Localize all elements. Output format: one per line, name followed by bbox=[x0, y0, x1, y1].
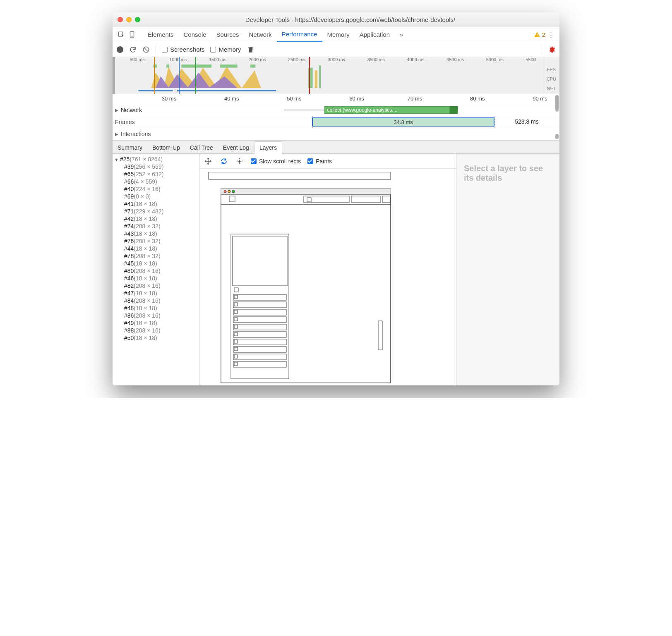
reset-view-icon[interactable] bbox=[235, 157, 244, 166]
minimize-window-button[interactable] bbox=[126, 17, 132, 22]
layer-tree-item[interactable]: #25(761 × 8264) bbox=[113, 155, 199, 163]
subtab-layers[interactable]: Layers bbox=[254, 141, 282, 154]
layer-tree-item[interactable]: #42(18 × 18) bbox=[113, 215, 199, 222]
device-toolbar-icon[interactable] bbox=[127, 29, 137, 40]
layer-tree-item[interactable]: #47(18 × 18) bbox=[113, 289, 199, 297]
tab-application[interactable]: Application bbox=[355, 27, 395, 42]
subtab-call-tree[interactable]: Call Tree bbox=[185, 142, 218, 153]
ruler-tick: 70 ms bbox=[408, 96, 422, 102]
layer-tree-item[interactable]: #88(208 × 16) bbox=[113, 327, 199, 334]
svg-rect-34 bbox=[233, 302, 286, 308]
warnings-indicator[interactable]: 2 bbox=[534, 31, 545, 38]
layer-tree-item[interactable]: #71(229 × 482) bbox=[113, 208, 199, 215]
trash-icon[interactable] bbox=[247, 46, 254, 53]
tabs-overflow-button[interactable]: » bbox=[395, 27, 408, 42]
svg-rect-15 bbox=[177, 90, 276, 91]
capture-settings-gear-icon[interactable] bbox=[548, 46, 555, 53]
svg-rect-36 bbox=[233, 309, 286, 315]
layer-tree-item[interactable]: #66(4 × 559) bbox=[113, 178, 199, 185]
maximize-window-button[interactable] bbox=[135, 17, 140, 22]
tab-performance[interactable]: Performance bbox=[277, 27, 322, 42]
svg-rect-32 bbox=[233, 294, 286, 300]
clear-icon[interactable] bbox=[142, 46, 150, 53]
tab-elements[interactable]: Elements bbox=[143, 27, 179, 42]
layer-tree-item[interactable]: #41(18 × 18) bbox=[113, 200, 199, 208]
subtab-bottom-up[interactable]: Bottom-Up bbox=[147, 142, 185, 153]
svg-point-20 bbox=[228, 190, 230, 193]
rotate-icon[interactable] bbox=[219, 157, 228, 166]
svg-rect-28 bbox=[221, 204, 391, 383]
layer-tree-item[interactable]: #49(18 × 18) bbox=[113, 319, 199, 327]
layer-tree-item[interactable]: #74(208 × 32) bbox=[113, 222, 199, 230]
inspect-element-icon[interactable] bbox=[116, 29, 127, 40]
frames-label: Frames bbox=[115, 119, 134, 125]
tab-console[interactable]: Console bbox=[179, 27, 211, 42]
svg-rect-10 bbox=[166, 65, 169, 68]
memory-checkbox[interactable]: Memory bbox=[210, 46, 241, 53]
layer-tree-item[interactable]: #65(252 × 632) bbox=[113, 170, 199, 178]
tab-network[interactable]: Network bbox=[244, 27, 277, 42]
track-frames[interactable]: Frames 34.8 ms 523.8 ms bbox=[113, 116, 559, 128]
record-button[interactable] bbox=[117, 46, 123, 53]
frame-selected[interactable]: 34.8 ms bbox=[312, 117, 494, 127]
layer-tree-item[interactable]: #46(18 × 18) bbox=[113, 275, 199, 282]
svg-rect-4 bbox=[537, 36, 537, 36]
layer-tree-item[interactable]: #45(18 × 18) bbox=[113, 260, 199, 267]
svg-rect-46 bbox=[233, 347, 286, 352]
ruler-tick: 40 ms bbox=[224, 96, 239, 102]
layer-tree-item[interactable]: #86(208 × 16) bbox=[113, 312, 199, 319]
pan-icon[interactable] bbox=[204, 157, 213, 166]
svg-rect-26 bbox=[351, 196, 380, 203]
paints-label: Paints bbox=[316, 158, 332, 165]
layer-tree-item[interactable]: #43(18 × 18) bbox=[113, 230, 199, 237]
tracks-scroll-knob[interactable] bbox=[555, 134, 559, 139]
track-interactions[interactable]: ▶Interactions bbox=[113, 128, 559, 140]
performance-toolbar: Screenshots Memory bbox=[113, 42, 559, 57]
layer-tree-item[interactable]: #76(208 × 32) bbox=[113, 237, 199, 245]
subtab-summary[interactable]: Summary bbox=[113, 142, 147, 153]
layer-stage[interactable] bbox=[199, 169, 456, 385]
detail-ruler[interactable]: 30 ms40 ms50 ms60 ms70 ms80 ms90 ms bbox=[113, 94, 559, 104]
tab-memory[interactable]: Memory bbox=[322, 27, 355, 42]
warnings-count: 2 bbox=[542, 31, 545, 38]
svg-rect-16 bbox=[209, 172, 391, 179]
layer-tree-item[interactable]: #40(224 × 16) bbox=[113, 185, 199, 193]
timeline-overview[interactable]: 500 ms1000 ms1500 ms2000 ms2500 ms3000 m… bbox=[113, 57, 559, 94]
overview-tick: 4000 ms bbox=[407, 57, 424, 62]
layer-tree-item[interactable]: #50(18 × 18) bbox=[113, 334, 199, 342]
layer-tree-item[interactable]: #84(208 × 16) bbox=[113, 297, 199, 304]
layer-tree-item[interactable]: #80(208 × 16) bbox=[113, 267, 199, 275]
overview-left-handle[interactable] bbox=[113, 57, 115, 94]
layer-tree[interactable]: #25(761 × 8264)#39(256 × 559)#65(252 × 6… bbox=[113, 154, 199, 385]
screenshots-checkbox[interactable]: Screenshots bbox=[162, 46, 204, 53]
overview-tick: 5500 bbox=[526, 57, 535, 62]
svg-rect-30 bbox=[233, 236, 287, 286]
layer-tree-item[interactable]: #44(18 × 18) bbox=[113, 245, 199, 252]
svg-rect-8 bbox=[319, 65, 321, 88]
layer-tree-item[interactable]: #78(208 × 32) bbox=[113, 252, 199, 260]
layer-tree-item[interactable]: #48(18 × 18) bbox=[113, 304, 199, 312]
layer-tree-item[interactable]: #82(208 × 16) bbox=[113, 282, 199, 289]
more-menu-icon[interactable]: ⋮ bbox=[545, 29, 556, 40]
svg-rect-38 bbox=[233, 317, 286, 323]
overview-tick: 2000 ms bbox=[249, 57, 266, 62]
tab-sources[interactable]: Sources bbox=[211, 27, 244, 42]
network-item[interactable]: collect (www.google-analytics.... bbox=[324, 106, 450, 114]
layer-tree-item[interactable]: #39(256 × 559) bbox=[113, 163, 199, 170]
cpu-label: CPU bbox=[547, 77, 556, 81]
slow-scroll-rects-checkbox[interactable]: Slow scroll rects bbox=[251, 158, 301, 165]
layer-tree-item[interactable]: #69(0 × 0) bbox=[113, 193, 199, 200]
close-window-button[interactable] bbox=[118, 17, 123, 22]
paints-checkbox[interactable]: Paints bbox=[307, 158, 332, 165]
svg-rect-14 bbox=[138, 90, 173, 91]
reload-record-icon[interactable] bbox=[129, 46, 137, 53]
subtab-event-log[interactable]: Event Log bbox=[218, 142, 254, 153]
traffic-lights bbox=[118, 17, 140, 22]
svg-rect-40 bbox=[233, 324, 286, 330]
svg-rect-44 bbox=[233, 339, 286, 345]
window-title: Developer Tools - https://developers.goo… bbox=[146, 16, 554, 23]
details-hint: Select a layer to see its details bbox=[464, 164, 552, 183]
svg-rect-42 bbox=[233, 332, 286, 337]
tracks: ▶Network collect (www.google-analytics..… bbox=[113, 104, 559, 141]
track-network[interactable]: ▶Network collect (www.google-analytics..… bbox=[113, 104, 559, 116]
